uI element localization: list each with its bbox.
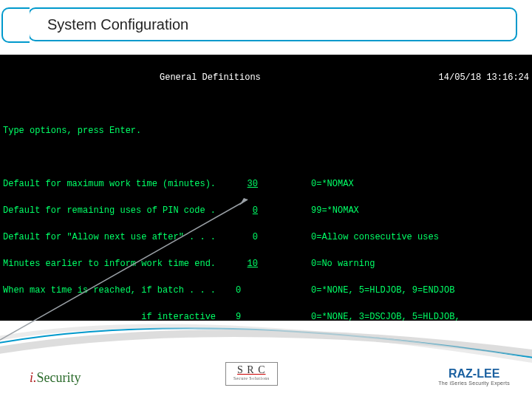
field-value[interactable]: 30 — [236, 177, 258, 191]
field-value[interactable]: 0 — [236, 231, 258, 244]
field-label: if interactive — [3, 310, 236, 321]
logo-src: S R C Secure Solutions — [225, 362, 278, 386]
field-value[interactable]: 0 — [236, 284, 258, 297]
field-hint: 0=*NONE, 3=DSCJOB, 5=HLDJOB, — [311, 310, 460, 321]
terminal-screen: General Definitions14/05/18 13:16:24 Typ… — [0, 55, 532, 321]
field-label: Minutes earlier to inform work time end. — [3, 257, 236, 270]
screen-title: General Definitions — [160, 71, 261, 84]
field-value[interactable]: 9 — [236, 310, 258, 321]
field-value[interactable]: 10 — [236, 257, 258, 270]
logo-isecurity: i.Security — [30, 370, 81, 386]
field-value[interactable]: 0 — [236, 204, 258, 217]
timestamp: 14/05/18 13:16:24 — [439, 71, 529, 84]
field-hint: 99=*NOMAX — [311, 204, 359, 217]
field-hint: 0=No warning — [311, 257, 375, 270]
field-label: Default for maximum work time (minutes). — [3, 177, 236, 191]
field-hint: 0=*NOMAX — [311, 177, 354, 191]
slide-title: System Configuration — [47, 16, 188, 33]
field-label: When max time is reached, if batch . . . — [3, 284, 236, 297]
field-hint: 0=*NONE, 5=HLDJOB, 9=ENDJOB — [311, 284, 454, 297]
logo-razlee: RAZ-LEE The iSeries Security Experts — [438, 367, 510, 386]
prompt: Type options, press Enter. — [3, 124, 141, 137]
slide-footer: i.Security S R C Secure Solutions RAZ-LE… — [0, 332, 532, 399]
field-label: Default for "Allow next use after" . . . — [3, 231, 236, 244]
slide-header: System Configuration — [28, 7, 517, 41]
field-label: Default for remaining uses of PIN code . — [3, 204, 236, 217]
field-hint: 0=Allow consecutive uses — [311, 231, 439, 244]
